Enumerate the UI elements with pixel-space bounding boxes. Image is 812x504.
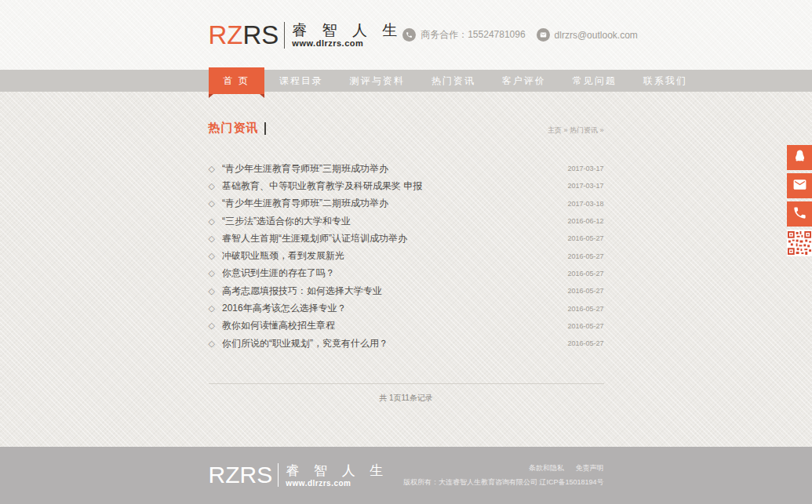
- logo-wordmark: RZRS: [209, 22, 279, 48]
- article-link[interactable]: “三步法”选适合你的大学和专业: [222, 215, 567, 228]
- diamond-icon: ◇: [209, 199, 215, 208]
- footer-info: 条款和隐私 免责声明 版权所有：大连睿智人生教育咨询有限公司 辽ICP备1501…: [403, 463, 604, 488]
- article-link[interactable]: 你意识到生涯的存在了吗？: [222, 267, 567, 280]
- article-date: 2016-05-27: [567, 339, 603, 347]
- article-link[interactable]: 冲破职业瓶颈，看到发展新光: [222, 249, 567, 263]
- diamond-icon: ◇: [209, 339, 215, 348]
- footer-logo-site-url: www.dlrzrs.com: [286, 479, 388, 488]
- article-row: ◇ 你意识到生涯的存在了吗？ 2016-05-27: [209, 265, 604, 282]
- qr-code[interactable]: [787, 230, 812, 256]
- site-footer: RZRS 睿 智 人 生 www.dlrzrs.com 条款和隐私 免责声明 版…: [0, 447, 812, 504]
- article-link[interactable]: “青少年生涯教育导师班”三期班成功举办: [222, 162, 567, 176]
- article-row: ◇ “青少年生涯教育导师班”二期班成功举办 2017-03-18: [209, 195, 604, 212]
- article-link[interactable]: 你们所说的“职业规划”，究竟有什么用？: [222, 337, 567, 350]
- article-row: ◇ 你们所说的“职业规划”，究竟有什么用？ 2016-05-27: [209, 335, 604, 352]
- article-date: 2017-03-17: [567, 165, 603, 172]
- phone-icon: [792, 205, 807, 223]
- breadcrumb[interactable]: 主页 » 热门资讯 »: [548, 125, 604, 136]
- footer-logo-wordmark: RZRS: [209, 463, 273, 487]
- title-bar-decoration: [264, 122, 266, 135]
- list-divider: [209, 383, 604, 384]
- article-row: ◇ 睿智人生首期“生涯规划师”认证培训成功举办 2016-05-27: [209, 230, 604, 247]
- article-date: 2016-05-27: [567, 252, 603, 260]
- diamond-icon: ◇: [209, 304, 215, 313]
- footer-logo-chinese-block: 睿 智 人 生 www.dlrzrs.com: [286, 463, 388, 488]
- footer-copyright: 版权所有：大连睿智人生教育咨询有限公司 辽ICP备15018194号: [403, 477, 604, 488]
- qq-icon: [792, 149, 807, 167]
- footer-links: 条款和隐私 免责声明: [403, 463, 604, 473]
- diamond-icon: ◇: [209, 165, 215, 173]
- phone-icon: [402, 28, 416, 42]
- article-date: 2016-05-27: [567, 322, 603, 330]
- quickbar: [787, 145, 812, 256]
- article-date: 2017-03-17: [567, 182, 603, 190]
- diamond-icon: ◇: [209, 217, 215, 226]
- article-date: 2016-05-27: [567, 270, 603, 277]
- article-row: ◇ 教你如何读懂高校招生章程 2016-05-27: [209, 317, 604, 335]
- article-list: ◇ “青少年生涯教育导师班”三期班成功举办 2017-03-17 ◇ 基础教育、…: [209, 160, 604, 352]
- page-title-text: 热门资讯: [209, 121, 259, 136]
- article-row: ◇ “三步法”选适合你的大学和专业 2016-06-12: [209, 212, 604, 230]
- diamond-icon: ◇: [209, 269, 215, 277]
- header-contacts: 商务合作：15524781096 dlrzrs@outlook.com: [402, 28, 638, 42]
- nav-item-contact[interactable]: 联系我们: [630, 70, 701, 92]
- article-link[interactable]: 基础教育、中等职业教育教学及科研成果奖 申报: [222, 179, 567, 193]
- article-date: 2016-06-12: [567, 217, 603, 225]
- footer-link-disclaimer[interactable]: 免责声明: [576, 464, 604, 472]
- mail-icon: [792, 177, 807, 195]
- qr-code-image: [787, 230, 812, 256]
- article-link[interactable]: 睿智人生首期“生涯规划师”认证培训成功举办: [222, 232, 567, 245]
- footer-logo[interactable]: RZRS 睿 智 人 生 www.dlrzrs.com: [209, 463, 389, 488]
- article-date: 2017-03-18: [567, 200, 603, 208]
- nav-item-news[interactable]: 热门资讯: [418, 70, 489, 92]
- site-logo[interactable]: RZRS 睿 智 人 生 www.dlrzrs.com: [209, 22, 403, 49]
- diamond-icon: ◇: [209, 182, 215, 190]
- logo-divider: [284, 22, 285, 49]
- qq-button[interactable]: [787, 145, 812, 170]
- email-contact[interactable]: dlrzrs@outlook.com: [537, 28, 638, 42]
- phone-button[interactable]: [787, 201, 812, 227]
- footer-logo-chinese-name: 睿 智 人 生: [286, 463, 388, 479]
- nav-item-courses[interactable]: 课程目录: [266, 70, 337, 92]
- footer-logo-divider: [278, 463, 279, 487]
- phone-contact: 商务合作：15524781096: [402, 28, 525, 42]
- diamond-icon: ◇: [209, 287, 215, 296]
- pagination-summary: 共 1页11条记录: [209, 393, 604, 404]
- nav-item-faq[interactable]: 常见问题: [559, 70, 630, 92]
- nav-item-assessment[interactable]: 测评与资料: [337, 70, 418, 92]
- nav-item-reviews[interactable]: 客户评价: [489, 70, 559, 92]
- logo-site-url: www.dlrzrs.com: [292, 38, 402, 48]
- article-row: ◇ 基础教育、中等职业教育教学及科研成果奖 申报 2017-03-17: [209, 177, 604, 194]
- main-content: 热门资讯 主页 » 热门资讯 » ◇ “青少年生涯教育导师班”三期班成功举办 2…: [209, 92, 604, 404]
- article-row: ◇ 高考志愿填报技巧：如何选择大学专业 2016-05-27: [209, 282, 604, 299]
- diamond-icon: ◇: [209, 234, 215, 243]
- site-header: RZRS 睿 智 人 生 www.dlrzrs.com 商务合作：1552478…: [0, 0, 812, 70]
- article-link[interactable]: 教你如何读懂高校招生章程: [222, 319, 567, 332]
- article-link[interactable]: 高考志愿填报技巧：如何选择大学专业: [222, 285, 567, 298]
- article-row: ◇ 冲破职业瓶颈，看到发展新光 2016-05-27: [209, 247, 604, 264]
- page: RZRS 睿 智 人 生 www.dlrzrs.com 商务合作：1552478…: [0, 0, 812, 504]
- article-date: 2016-05-27: [567, 287, 603, 295]
- logo-chinese-name: 睿 智 人 生: [292, 22, 402, 39]
- email-button[interactable]: [787, 173, 812, 198]
- article-date: 2016-05-27: [567, 305, 603, 313]
- phone-contact-label: 商务合作：15524781096: [421, 28, 525, 42]
- footer-link-terms[interactable]: 条款和隐私: [529, 464, 564, 472]
- article-link[interactable]: “青少年生涯教育导师班”二期班成功举办: [222, 197, 567, 210]
- article-row: ◇ “青少年生涯教育导师班”三期班成功举办 2017-03-17: [209, 160, 604, 177]
- diamond-icon: ◇: [209, 252, 215, 260]
- page-title: 热门资讯: [209, 121, 266, 136]
- article-row: ◇ 2016年高考该怎么选择专业？ 2016-05-27: [209, 299, 604, 317]
- main-nav: 首 页 课程目录 测评与资料 热门资讯 客户评价 常见问题 联系我们: [0, 70, 812, 92]
- email-icon: [537, 28, 550, 42]
- email-contact-label: dlrzrs@outlook.com: [555, 30, 638, 41]
- article-link[interactable]: 2016年高考该怎么选择专业？: [222, 302, 567, 315]
- nav-item-home[interactable]: 首 页: [209, 67, 264, 94]
- article-date: 2016-05-27: [567, 234, 603, 242]
- logo-chinese-block: 睿 智 人 生 www.dlrzrs.com: [292, 22, 402, 49]
- diamond-icon: ◇: [209, 321, 215, 330]
